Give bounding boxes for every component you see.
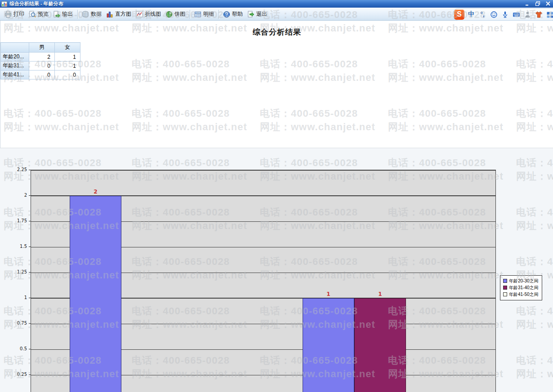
minimize-icon[interactable] [524, 0, 531, 6]
export-icon [53, 11, 60, 18]
y-axis-tick-label: 2.25 [1, 167, 27, 172]
help-icon [223, 11, 230, 18]
table-cell-value: 1 [55, 53, 80, 62]
toolbar-button-label: 直方图 [115, 10, 131, 18]
table-header-row: 男女 [1, 43, 80, 53]
toolbar-button-data[interactable]: 数据 [80, 9, 104, 19]
toolbar-button-label: 数据 [91, 10, 102, 18]
legend-item: 年龄41-50之间 [503, 291, 539, 298]
summary-table[interactable]: 男女 年龄20...21年龄31...01年龄41...00 [0, 42, 80, 79]
toolbox-icon[interactable] [545, 9, 553, 19]
chart-legend: 年龄20-30之间年龄31-40之间年龄41-50之间 [500, 275, 542, 300]
preview-icon [29, 11, 36, 18]
toolbar-button-histogram[interactable]: 直方图 [104, 9, 134, 19]
bar-value-label: 1 [303, 291, 354, 297]
pie-chart-icon [165, 11, 173, 18]
chart-region: 211 2.2521.751.51.2510.750.50.25 年龄20-30… [0, 148, 553, 392]
toolbar-button-piechart[interactable]: 饼图 [164, 9, 188, 19]
application-window: 综合分析结果 - 年龄分布 打印预览输出数据直方图折线图饼图明细帮助退出 S中°… [0, 0, 553, 392]
legend-label: 年龄31-40之间 [509, 285, 539, 291]
title-bar[interactable]: 综合分析结果 - 年龄分布 [0, 0, 553, 8]
legend-swatch-icon [503, 286, 507, 290]
y-axis-tick [29, 272, 31, 273]
toolbar-button-label: 饼图 [174, 10, 185, 18]
y-axis-tick-label: 0.75 [1, 321, 27, 326]
table-cell-value: 0 [29, 70, 55, 79]
bar-value-label: 2 [70, 189, 121, 195]
toolbar-button-label: 输出 [62, 10, 73, 18]
y-axis-tick-label: 1.75 [1, 218, 27, 223]
toolbar-button-linechart[interactable]: 折线图 [134, 9, 164, 19]
bar-年龄20-30之间-男[interactable] [70, 196, 121, 392]
row-label: 年龄31... [1, 62, 29, 70]
legend-label: 年龄20-30之间 [509, 278, 539, 284]
y-axis-tick-label: 0.5 [1, 346, 27, 351]
legend-item: 年龄20-30之间 [503, 277, 539, 284]
window-controls [524, 0, 551, 6]
punctuation-icon[interactable]: °, [478, 9, 487, 19]
bar-年龄31-40之间-女[interactable] [354, 298, 406, 392]
legend-swatch-icon [503, 292, 507, 296]
table-cell-value: 2 [29, 53, 55, 62]
toolbar-button-label: 帮助 [232, 10, 243, 18]
toolbar-button-exit[interactable]: 退出 [245, 9, 270, 19]
toolbar-button-preview[interactable]: 预览 [27, 9, 51, 19]
y-axis-tick-label: 1.5 [1, 244, 27, 249]
keyboard-icon[interactable] [512, 9, 521, 19]
toolbar-button-print[interactable]: 打印 [3, 9, 27, 19]
microphone-icon[interactable] [500, 9, 509, 19]
toolbar-separator [219, 10, 219, 19]
ime-toolbar: S中°, [453, 8, 553, 21]
skin-shirt-icon[interactable] [534, 9, 543, 19]
table-row[interactable]: 年龄20...21 [1, 53, 80, 62]
toolbar-button-label: 打印 [13, 10, 24, 18]
histogram-icon [106, 11, 113, 18]
toolbar-buttons: 打印预览输出数据直方图折线图饼图明细帮助退出 [3, 9, 270, 19]
toolbar-button-output[interactable]: 输出 [51, 9, 76, 19]
chinese-mode-label[interactable]: 中 [467, 9, 476, 19]
y-axis-tick [29, 170, 31, 170]
toolbar-button-label: 明细 [203, 10, 214, 18]
y-axis-tick [29, 247, 31, 247]
sogou-logo-icon[interactable]: S [454, 9, 464, 20]
table-cell-value: 0 [55, 70, 80, 79]
printer-icon [4, 11, 12, 18]
app-chart-icon [1, 1, 8, 7]
toolbar-button-help[interactable]: 帮助 [221, 9, 245, 19]
close-icon[interactable] [544, 0, 551, 6]
row-label: 年龄20... [1, 53, 29, 62]
toolbar-button-label: 预览 [38, 10, 49, 18]
toolbar-separator [77, 10, 78, 19]
gridline [31, 170, 495, 171]
page-title: 综合分析结果 [0, 27, 553, 37]
legend-item: 年龄31-40之间 [503, 284, 539, 291]
restore-icon[interactable] [534, 0, 541, 6]
y-axis-tick-label: 1 [1, 295, 27, 300]
table-column-header: 男 [29, 43, 55, 53]
toolbar-separator [190, 10, 191, 19]
legend-swatch-icon [503, 279, 507, 283]
y-axis-tick [29, 374, 31, 375]
bar-年龄20-30之间-女[interactable] [303, 298, 354, 392]
row-label: 年龄41... [1, 70, 29, 79]
y-axis-tick-label: 1.25 [1, 269, 27, 274]
y-axis-tick-label: 2 [1, 193, 27, 198]
y-axis-tick [29, 323, 31, 324]
table-column-header [1, 43, 29, 53]
y-axis-tick [29, 195, 31, 196]
table-column-header: 女 [55, 43, 80, 53]
person-icon[interactable] [523, 9, 532, 19]
chart-plot-area: 211 [31, 170, 496, 392]
legend-label: 年龄41-50之间 [509, 291, 539, 298]
report-panel: 综合分析结果 男女 年龄20...21年龄31...01年龄41...00 [0, 21, 553, 148]
smiley-icon[interactable] [489, 9, 498, 19]
toolbar-button-detail[interactable]: 明细 [192, 9, 217, 19]
database-icon [82, 11, 89, 18]
y-axis-tick [29, 298, 31, 298]
line-chart-icon [136, 11, 143, 18]
y-axis-tick-label: 0.25 [1, 372, 27, 377]
table-row[interactable]: 年龄31...01 [1, 62, 80, 70]
table-row[interactable]: 年龄41...00 [1, 70, 80, 79]
table-body: 年龄20...21年龄31...01年龄41...00 [1, 53, 80, 79]
y-axis-tick [29, 349, 31, 349]
